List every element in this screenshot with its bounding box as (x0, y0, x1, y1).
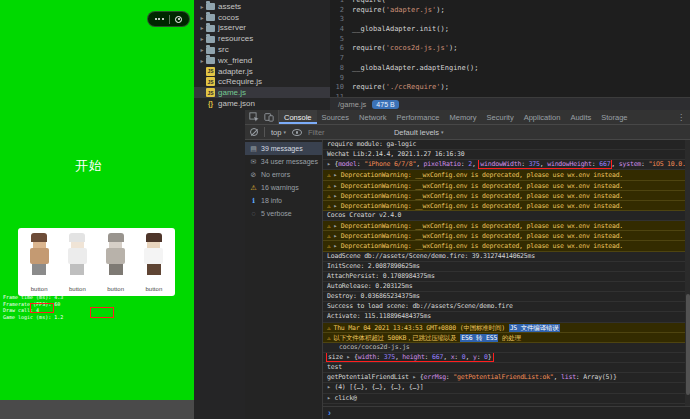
console-filter-warn[interactable]: ⚠16 warnings (245, 181, 322, 194)
tab-security[interactable]: Security (482, 110, 519, 124)
tree-item-game.json[interactable]: {}game.json (194, 98, 330, 109)
inspect-icon[interactable] (249, 112, 259, 122)
tree-item-assets[interactable]: ▸assets (194, 1, 330, 12)
console-message[interactable]: ⚠▸ DeprecationWarning: __wxConfig.env is… (323, 241, 690, 251)
console-message[interactable]: LoadScene db://assets/Scene/demo.fire: 3… (323, 252, 690, 262)
wechat-capsule (147, 11, 190, 27)
folder-icon (206, 25, 215, 32)
block-icon: ⊘ (249, 171, 258, 179)
character-button-2[interactable]: button (58, 233, 96, 293)
exit-circle-icon[interactable] (175, 16, 182, 23)
console-message[interactable]: ▸ {model: "iPhone 6/7/8", pixelRatio: 2,… (323, 160, 690, 170)
console-message[interactable]: ⚠▸ DeprecationWarning: __wxConfig.env is… (323, 201, 690, 211)
start-button[interactable]: 开始 (0, 157, 178, 175)
console-filter-label: No errors (261, 171, 290, 178)
console-filter-info[interactable]: ℹ18 info (245, 194, 322, 207)
console-message[interactable]: Activate: 115.118896484375ms (323, 312, 690, 322)
scrollbar[interactable] (685, 140, 690, 406)
log-level-selector[interactable]: Default levels ▾ (394, 128, 444, 137)
tree-item-game.js[interactable]: JSgame.js (194, 87, 330, 98)
tree-item-cocos[interactable]: ▸cocos (194, 12, 330, 23)
code-line[interactable]: 5 (330, 35, 690, 45)
console-message[interactable]: ⚠▸ DeprecationWarning: __wxConfig.env is… (323, 181, 690, 191)
console-message[interactable]: Destroy: 0.036865234375ms (323, 292, 690, 302)
tree-item-src[interactable]: ▸src (194, 44, 330, 55)
console-filter-block[interactable]: ⊘No errors (245, 168, 322, 181)
code-line[interactable]: 10require('./ccRequire'); (330, 83, 690, 93)
console-message[interactable]: Cocos Creator v2.4.0 (323, 211, 690, 221)
tab-application[interactable]: Application (519, 110, 566, 124)
code-line[interactable]: 7 (330, 54, 690, 64)
console-message[interactable]: AutoRelease: 0.203125ms (323, 282, 690, 292)
character-button-1[interactable]: button (20, 233, 58, 293)
console-message[interactable]: ▸ (4) [{…}, {…}, {…}, {…}] (323, 383, 690, 393)
console-filter-input[interactable] (308, 128, 388, 137)
console-message[interactable]: ⚠▸ DeprecationWarning: __wxConfig.env is… (323, 231, 690, 241)
console-message[interactable]: ⚠以下文件体积超过 500KB，已跳过压缩以及 ES6 转 ES5 的处理 (323, 333, 690, 343)
chevron-right-icon: ▸ (198, 57, 206, 64)
more-options-icon[interactable]: ⋮ (672, 110, 690, 124)
tab-console[interactable]: Console (279, 110, 317, 124)
code-line[interactable]: 3 (330, 15, 690, 25)
console-body: ▤39 messages✉34 user messages⊘No errors⚠… (245, 140, 690, 419)
devtools-panel: ConsoleSourcesNetworkPerformanceMemorySe… (245, 110, 690, 419)
stat-label: Frame time (ms): (3, 294, 51, 300)
tab-audits[interactable]: Audits (565, 110, 596, 124)
console-message[interactable]: test (323, 363, 690, 373)
line-code: require('adapter.js'); (352, 6, 445, 16)
context-selector[interactable]: top ▾ (271, 128, 286, 137)
warning-icon: ⚠ (327, 171, 330, 178)
tree-item-adapter.js[interactable]: JSadapter.js (194, 66, 330, 77)
console-message[interactable]: AttachPersist: 0.1708984375ms (323, 272, 690, 282)
tree-item-label: game.json (218, 99, 255, 108)
console-message[interactable]: Wechat Lib:2.14.4, 2021.1.27 16:16:30 (323, 150, 690, 160)
console-message[interactable]: getPotentialFriendList ▸ {errMsg: "getPo… (323, 373, 690, 383)
console-filter-verbose[interactable]: ◌5 verbose (245, 207, 322, 220)
code-line[interactable]: 9 (330, 74, 690, 84)
console-filter-label: 16 warnings (261, 184, 299, 191)
game-simulator[interactable]: 开始 buttonbuttonbuttonbutton Frame time (… (0, 0, 194, 400)
menu-dots-icon[interactable] (155, 18, 164, 20)
tree-item-resources[interactable]: ▸resources (194, 33, 330, 44)
tab-storage[interactable]: Storage (596, 110, 632, 124)
tab-performance[interactable]: Performance (392, 110, 445, 124)
scrollbar-thumb[interactable] (686, 294, 690, 395)
console-message[interactable]: cocos/cocos2d-js.js (323, 343, 690, 353)
tree-item-ccRequire.js[interactable]: JSccRequire.js (194, 77, 330, 88)
character-sprite (67, 233, 87, 275)
console-message[interactable]: ⚠▸ DeprecationWarning: __wxConfig.env is… (323, 170, 690, 180)
tree-item-wx_friend[interactable]: ▸wx_friend (194, 55, 330, 66)
console-message[interactable]: InitScene: 2.0087890625ms (323, 262, 690, 272)
character-button-4[interactable]: button (135, 233, 173, 293)
console-messages-column: require module: ga-logicWechat Lib:2.14.… (323, 140, 690, 419)
line-number: 3 (330, 15, 352, 25)
console-message[interactable]: require module: ga-logic (323, 140, 690, 150)
code-line[interactable]: 8__globalAdapter.adaptEngine(); (330, 64, 690, 74)
console-message[interactable]: ⚠▸ DeprecationWarning: __wxConfig.env is… (323, 221, 690, 231)
console-filter-user[interactable]: ✉34 user messages (245, 155, 322, 168)
clear-console-icon[interactable] (250, 128, 258, 136)
console-message[interactable]: ⚠Thu Mar 04 2021 13:43:53 GMT+0800 (中国标准… (323, 323, 690, 333)
character-sprite (144, 233, 164, 275)
tab-network[interactable]: Network (354, 110, 392, 124)
tab-memory[interactable]: Memory (445, 110, 482, 124)
console-message[interactable]: ⚠▸ DeprecationWarning: __wxConfig.env is… (323, 191, 690, 201)
code-line[interactable]: 2require('adapter.js'); (330, 6, 690, 16)
tab-sources[interactable]: Sources (317, 110, 355, 124)
capsule-divider (169, 15, 170, 24)
tree-item-label: game.js (218, 88, 246, 97)
warning-icon: ⚠ (327, 182, 330, 189)
console-prompt[interactable]: › (323, 406, 690, 419)
code-editor[interactable]: 1require(2require('adapter.js');34__glob… (330, 0, 690, 110)
character-button-3[interactable]: button (97, 233, 135, 293)
console-message[interactable]: Success to load scene: db://assets/Scene… (323, 302, 690, 312)
live-expression-icon[interactable] (292, 129, 302, 136)
code-line[interactable]: 6require('cocos2d-js.js'); (330, 44, 690, 54)
console-message[interactable]: ▸ click@ (323, 394, 690, 404)
tree-item-jsserver[interactable]: ▸jsserver (194, 23, 330, 34)
code-line[interactable]: 4__globalAdapter.init(); (330, 25, 690, 35)
console-message[interactable]: size ▸ {width: 375, height: 667, x: 0, y… (323, 353, 690, 363)
console-filter-list[interactable]: ▤39 messages (245, 142, 322, 155)
device-toolbar-icon[interactable] (264, 112, 274, 122)
chevron-right-icon: ▸ (198, 46, 206, 53)
